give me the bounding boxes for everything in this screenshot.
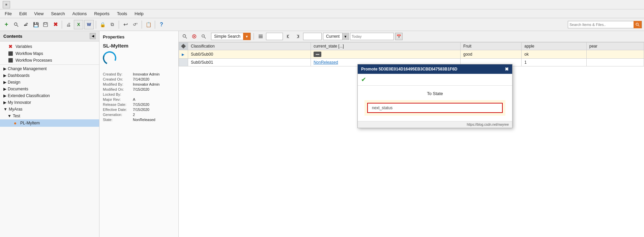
- menu-reports[interactable]: Reports: [91, 10, 113, 17]
- grid-prev-page-btn[interactable]: [284, 32, 292, 40]
- sidebar-item-variables[interactable]: ✖ Variables: [0, 43, 99, 50]
- grid-size-input[interactable]: [305, 33, 320, 37]
- global-search-input[interactable]: [568, 23, 634, 27]
- grid-toolbar-sep-1: [254, 33, 254, 40]
- save-db-button[interactable]: [41, 20, 50, 29]
- menu-file[interactable]: File: [1, 10, 15, 17]
- word-button[interactable]: W: [84, 20, 94, 29]
- search-type-dropdown[interactable]: Simple Search ▼: [211, 33, 251, 40]
- grid-filter-icon: [201, 34, 206, 39]
- current-filter-dropdown[interactable]: Current ▼: [323, 33, 349, 40]
- menu-help[interactable]: Help: [131, 10, 147, 17]
- sidebar: Contents ◀ ✖ Variables ⬛ Workflow Maps ⬛…: [0, 31, 99, 237]
- sidebar-item-test[interactable]: ▼ Test: [0, 113, 99, 119]
- menu-hamburger-button[interactable]: ≡: [3, 1, 10, 8]
- lock-button[interactable]: 🔒: [98, 20, 107, 29]
- menu-search[interactable]: Search: [48, 10, 68, 17]
- cell-current-state[interactable]: •••: [311, 50, 460, 59]
- menu-view[interactable]: View: [31, 10, 47, 17]
- sidebar-item-label: My Innovator: [8, 100, 31, 105]
- sidebar-item-label: Workflow Maps: [16, 51, 43, 56]
- date-picker-button[interactable]: 📅: [395, 33, 403, 40]
- expand-arrow-icon: ▶: [3, 80, 6, 85]
- col-header-fruit[interactable]: Fruit: [461, 42, 522, 50]
- sidebar-item-label: Documents: [8, 87, 28, 91]
- svg-rect-5: [44, 23, 47, 24]
- search-button[interactable]: [12, 20, 21, 29]
- grid-page-input[interactable]: [268, 33, 281, 37]
- grid-page-input-container: [266, 33, 283, 40]
- prop-label: Modified On:: [103, 87, 131, 91]
- save-button[interactable]: 💾: [31, 20, 40, 29]
- sidebar-item-pl-myitem[interactable]: ● PL-MyItem: [0, 119, 99, 127]
- grid-search-btn[interactable]: [181, 32, 189, 40]
- menu-edit[interactable]: Edit: [16, 10, 30, 17]
- prop-generation: Generation: 2: [103, 113, 175, 117]
- sidebar-item-workflow-maps[interactable]: ⬛ Workflow Maps: [0, 50, 99, 57]
- grid-list-view-btn[interactable]: [257, 32, 265, 40]
- sidebar-item-workflow-processes[interactable]: ⬛ Workflow Processes: [0, 57, 99, 64]
- undo-button[interactable]: ↩: [121, 20, 130, 29]
- prop-value: NonReleased: [133, 118, 155, 122]
- prop-value: Innovator Admin: [133, 82, 160, 86]
- col-header-classification[interactable]: Classification: [188, 42, 311, 50]
- excel-button[interactable]: X: [74, 20, 83, 29]
- pl-myitem-icon: ●: [12, 120, 18, 126]
- grid-filter-btn[interactable]: [200, 32, 208, 40]
- col-header-pear[interactable]: pear: [586, 42, 644, 50]
- row-indicator: ▶: [179, 50, 188, 59]
- toolbar-separator-2: [96, 21, 96, 29]
- footer-url: https://blog.csdn.net/nwyree: [467, 123, 509, 126]
- current-dropdown-arrow[interactable]: ▼: [342, 33, 348, 40]
- sidebar-item-extended-classification[interactable]: ▶ Extended Classification: [0, 92, 99, 99]
- promote-confirm-button[interactable]: ✔: [361, 76, 366, 83]
- global-search-button[interactable]: [634, 21, 642, 28]
- grid-area: Simple Search ▼: [179, 31, 644, 237]
- sidebar-item-design[interactable]: ▶ Design: [0, 79, 99, 86]
- copy-button[interactable]: ⧉: [108, 20, 117, 29]
- cell-classification: Sub0/Sub01: [188, 59, 311, 66]
- sidebar-item-documents[interactable]: ▶ Documents: [0, 86, 99, 92]
- grid-next-page-btn[interactable]: [294, 32, 302, 40]
- content-area: Properties SL-MyItem Created By: Innovat…: [99, 31, 644, 237]
- prev-page-icon: [286, 34, 291, 39]
- menu-actions[interactable]: Actions: [69, 10, 90, 17]
- toolbar-separator-5: [155, 21, 155, 29]
- save-db-icon: [43, 22, 48, 27]
- col-header-apple[interactable]: apple: [522, 42, 586, 50]
- sidebar-item-label: Dashboards: [8, 73, 30, 78]
- expand-arrow-icon: ▶: [3, 100, 6, 105]
- variables-icon: ✖: [7, 44, 13, 49]
- svg-point-8: [183, 35, 186, 37]
- next-status-input[interactable]: [367, 103, 503, 113]
- promote-dialog-close-button[interactable]: ✖: [505, 66, 509, 72]
- svg-line-14: [204, 37, 206, 38]
- col-header-current-state[interactable]: current_state [...]: [311, 42, 460, 50]
- sidebar-item-dashboards[interactable]: ▶ Dashboards: [0, 72, 99, 79]
- clipboard-button[interactable]: 📋: [144, 20, 153, 29]
- sidebar-collapse-button[interactable]: ◀: [90, 33, 96, 39]
- cell-fruit: good: [461, 50, 522, 59]
- sidebar-item-myaras[interactable]: ▼ MyAras: [0, 106, 99, 113]
- prop-label: Generation:: [103, 113, 131, 117]
- grid-clear-btn[interactable]: [190, 32, 198, 40]
- delete-button[interactable]: ✖: [51, 20, 60, 29]
- sidebar-item-change-management[interactable]: ▶ Change Management: [0, 65, 99, 72]
- edit-button[interactable]: [22, 20, 30, 29]
- svg-line-9: [185, 37, 187, 38]
- workflow-button[interactable]: ↺°: [131, 20, 140, 29]
- help-button[interactable]: ?: [157, 20, 166, 29]
- add-button[interactable]: +: [2, 20, 11, 29]
- sidebar-item-my-innovator[interactable]: ▶ My Innovator: [0, 99, 99, 106]
- prop-created-on: Created On: 7/14/2020: [103, 77, 175, 81]
- search-dropdown-arrow[interactable]: ▼: [243, 33, 251, 40]
- sidebar-item-label: MyAras: [9, 107, 23, 112]
- prop-label: Modified By:: [103, 82, 131, 86]
- promote-dialog: Promote 5D3E0E014D16495EB3CBE647583B1F6D…: [357, 64, 513, 128]
- list-view-icon: [258, 34, 263, 39]
- menu-tools[interactable]: Tools: [114, 10, 130, 17]
- print-button[interactable]: 🖨: [64, 20, 73, 29]
- date-filter-input[interactable]: [350, 33, 394, 40]
- more-options-button[interactable]: •••: [314, 52, 322, 57]
- sidebar-content: ✖ Variables ⬛ Workflow Maps ⬛ Workflow P…: [0, 41, 99, 237]
